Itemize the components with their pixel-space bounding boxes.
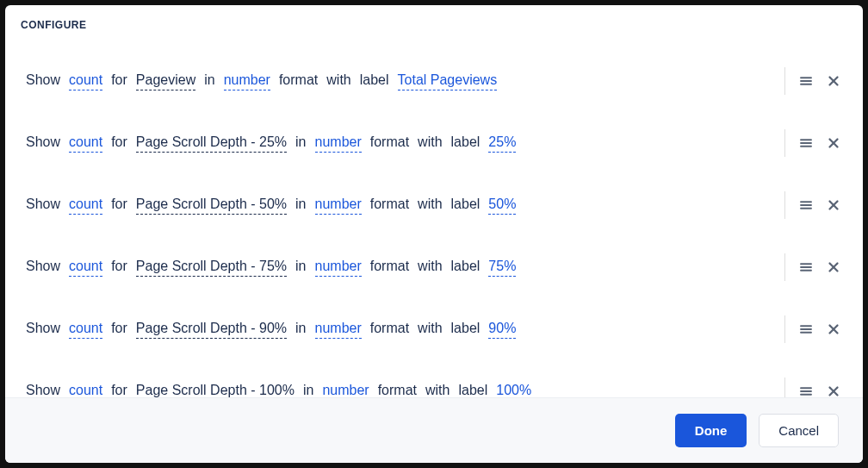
format-link[interactable]: number bbox=[315, 321, 362, 339]
label-link[interactable]: 25% bbox=[488, 134, 516, 153]
word-show: Show bbox=[26, 72, 60, 88]
word-with: with bbox=[418, 197, 442, 212]
word-for: for bbox=[111, 383, 127, 398]
row-actions bbox=[784, 315, 842, 343]
done-button[interactable]: Done bbox=[675, 414, 747, 447]
remove-row-icon[interactable] bbox=[825, 197, 842, 214]
metric-link[interactable]: count bbox=[69, 134, 102, 153]
event-link[interactable]: Page Scroll Depth - 90% bbox=[136, 321, 287, 339]
column-row: ShowcountforPage Scroll Depth - 25%innum… bbox=[26, 112, 842, 174]
label-link[interactable]: 50% bbox=[488, 197, 516, 215]
metric-link[interactable]: count bbox=[69, 383, 102, 398]
word-in: in bbox=[295, 259, 306, 274]
column-row: ShowcountforPageviewinnumberformatwithla… bbox=[26, 50, 842, 112]
word-with: with bbox=[425, 383, 450, 398]
remove-row-icon[interactable] bbox=[825, 383, 842, 397]
cancel-button[interactable]: Cancel bbox=[759, 414, 839, 447]
column-row: ShowcountforPage Scroll Depth - 75%innum… bbox=[26, 236, 842, 298]
remove-row-icon[interactable] bbox=[825, 259, 842, 276]
format-link[interactable]: number bbox=[315, 134, 362, 153]
label-link[interactable]: 75% bbox=[488, 259, 516, 277]
row-actions bbox=[784, 67, 842, 95]
metric-link[interactable]: count bbox=[69, 259, 102, 277]
column-sentence: ShowcountforPage Scroll Depth - 90%innum… bbox=[26, 321, 784, 339]
word-label: label bbox=[451, 134, 480, 150]
label-link[interactable]: 90% bbox=[488, 321, 516, 339]
event-link[interactable]: Page Scroll Depth - 50% bbox=[136, 197, 287, 215]
word-with: with bbox=[418, 259, 442, 274]
remove-row-icon[interactable] bbox=[825, 134, 842, 152]
dialog-body: ShowcountforPageviewinnumberformatwithla… bbox=[5, 38, 863, 397]
column-sentence: ShowcountforPage Scroll Depth - 100%innu… bbox=[26, 383, 784, 398]
remove-row-icon[interactable] bbox=[825, 72, 842, 90]
event-link[interactable]: Pageview bbox=[136, 72, 195, 90]
word-format: format bbox=[370, 259, 409, 274]
row-actions bbox=[784, 378, 842, 397]
label-link[interactable]: Total Pageviews bbox=[398, 72, 498, 90]
word-label: label bbox=[360, 72, 389, 88]
column-row: ShowcountforPage Scroll Depth - 50%innum… bbox=[26, 174, 842, 236]
word-label: label bbox=[451, 321, 480, 336]
column-row: ShowcountforPage Scroll Depth - 100%innu… bbox=[26, 360, 842, 397]
word-show: Show bbox=[26, 134, 60, 150]
format-link[interactable]: number bbox=[224, 72, 270, 90]
word-show: Show bbox=[26, 259, 60, 274]
drag-handle-icon[interactable] bbox=[797, 134, 815, 152]
event-link[interactable]: Page Scroll Depth - 25% bbox=[136, 134, 287, 153]
word-in: in bbox=[204, 72, 214, 88]
word-format: format bbox=[378, 383, 417, 398]
word-format: format bbox=[370, 321, 409, 336]
word-format: format bbox=[370, 134, 409, 150]
configure-dialog: CONFIGURE ShowcountforPageviewinnumberfo… bbox=[5, 5, 863, 463]
drag-handle-icon[interactable] bbox=[797, 259, 815, 276]
word-for: for bbox=[111, 259, 127, 274]
event-link[interactable]: Page Scroll Depth - 100% bbox=[136, 383, 294, 398]
dialog-title: CONFIGURE bbox=[5, 5, 863, 38]
word-with: with bbox=[418, 134, 442, 150]
metric-link[interactable]: count bbox=[69, 197, 102, 215]
format-link[interactable]: number bbox=[315, 197, 362, 215]
metric-link[interactable]: count bbox=[69, 72, 102, 90]
word-label: label bbox=[451, 197, 480, 212]
word-in: in bbox=[295, 321, 306, 336]
word-format: format bbox=[279, 72, 318, 88]
word-in: in bbox=[295, 134, 306, 150]
drag-handle-icon[interactable] bbox=[797, 383, 815, 397]
remove-row-icon[interactable] bbox=[825, 321, 842, 338]
drag-handle-icon[interactable] bbox=[797, 321, 815, 338]
word-for: for bbox=[111, 134, 127, 150]
row-actions bbox=[784, 253, 842, 281]
column-sentence: ShowcountforPage Scroll Depth - 75%innum… bbox=[26, 259, 784, 277]
metric-link[interactable]: count bbox=[69, 321, 102, 339]
word-show: Show bbox=[26, 321, 60, 336]
word-label: label bbox=[451, 259, 480, 274]
format-link[interactable]: number bbox=[315, 259, 362, 277]
column-sentence: ShowcountforPage Scroll Depth - 50%innum… bbox=[26, 197, 784, 215]
dialog-footer: Done Cancel bbox=[5, 397, 863, 463]
column-row: ShowcountforPage Scroll Depth - 90%innum… bbox=[26, 298, 842, 360]
word-for: for bbox=[111, 197, 127, 212]
word-with: with bbox=[418, 321, 442, 336]
row-actions bbox=[784, 191, 842, 219]
row-actions bbox=[784, 129, 842, 157]
format-link[interactable]: number bbox=[322, 383, 369, 398]
word-label: label bbox=[458, 383, 487, 398]
word-show: Show bbox=[26, 383, 60, 398]
word-for: for bbox=[111, 321, 127, 336]
drag-handle-icon[interactable] bbox=[797, 72, 815, 90]
word-show: Show bbox=[26, 197, 60, 212]
label-link[interactable]: 100% bbox=[496, 383, 531, 398]
word-in: in bbox=[303, 383, 313, 398]
word-with: with bbox=[326, 72, 350, 88]
word-format: format bbox=[370, 197, 409, 212]
column-sentence: ShowcountforPage Scroll Depth - 25%innum… bbox=[26, 134, 784, 153]
column-sentence: ShowcountforPageviewinnumberformatwithla… bbox=[26, 72, 784, 90]
word-in: in bbox=[295, 197, 306, 212]
drag-handle-icon[interactable] bbox=[797, 197, 815, 214]
word-for: for bbox=[111, 72, 127, 88]
event-link[interactable]: Page Scroll Depth - 75% bbox=[136, 259, 287, 277]
